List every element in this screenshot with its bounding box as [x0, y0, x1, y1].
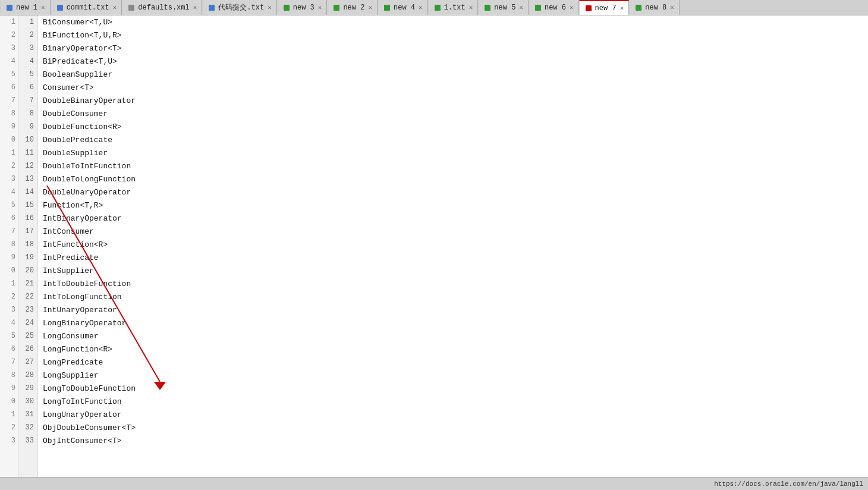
- gutter-num-20: 20: [18, 264, 37, 277]
- tab-close-1txt[interactable]: ✕: [468, 4, 474, 11]
- tab-close-commit[interactable]: ✕: [112, 4, 118, 11]
- gutter-num-33: 33: [18, 434, 37, 447]
- tab-new6[interactable]: new 6✕: [529, 0, 579, 15]
- tab-label-daima: 代码提交.txt: [218, 2, 264, 12]
- gutter-num-30: 30: [18, 395, 37, 408]
- code-row-8: DoubleConsumer: [43, 107, 868, 120]
- code-row-17: IntConsumer: [43, 225, 868, 238]
- status-right: https://docs.oracle.com/en/java/langll: [714, 480, 863, 488]
- tab-label-commit: commit.txt: [67, 4, 109, 12]
- code-row-19: IntPredicate: [43, 251, 868, 264]
- gutter-num-6: 6: [18, 81, 37, 94]
- gutter-num-1: 1: [18, 15, 37, 29]
- tab-close-defaults[interactable]: ✕: [192, 4, 199, 11]
- tab-close-new8[interactable]: ✕: [669, 4, 675, 11]
- tab-icon-defaults: [127, 4, 136, 12]
- gutter-num-12: 12: [18, 159, 37, 172]
- tab-label-1txt: 1.txt: [444, 4, 466, 12]
- line-num-1-29: 9: [0, 382, 18, 395]
- code-row-23: IntUnaryOperator: [43, 303, 868, 316]
- line-num-1-24: 4: [0, 316, 18, 329]
- code-row-29: LongToDoubleFunction: [43, 382, 868, 395]
- tab-new5[interactable]: new 5✕: [478, 0, 529, 15]
- svg-rect-8: [485, 5, 490, 11]
- line-num-1-21: 1: [0, 277, 18, 290]
- gutter-num-23: 23: [18, 303, 37, 316]
- gutter-num-4: 4: [18, 55, 37, 68]
- tab-icon-new7: [584, 4, 593, 12]
- line-num-1-18: 8: [0, 238, 18, 251]
- line-num-1-11: 1: [0, 146, 18, 159]
- line-num-1-23: 3: [0, 303, 18, 316]
- tab-defaults[interactable]: defaults.xml✕: [122, 0, 202, 15]
- code-row-30: LongToIntFunction: [43, 395, 868, 408]
- code-row-9: DoubleFunction<R>: [43, 120, 868, 133]
- line-num-1-6: 6: [0, 81, 18, 94]
- gutter-num-13: 13: [18, 172, 37, 186]
- tab-icon-commit: [56, 4, 64, 12]
- tab-commit[interactable]: commit.txt✕: [51, 0, 122, 15]
- gutter-num-11: 11: [18, 146, 37, 159]
- line-num-1-22: 2: [0, 290, 18, 303]
- line-num-1-3: 3: [0, 42, 18, 55]
- tab-daima[interactable]: 代码提交.txt✕: [202, 0, 276, 15]
- editor: 123456789012345678901234567890123 123456…: [0, 15, 868, 477]
- tab-label-new7: new 7: [595, 4, 617, 12]
- tab-1txt[interactable]: 1.txt✕: [428, 0, 479, 15]
- code-row-5: BooleanSupplier: [43, 68, 868, 81]
- tab-close-new3[interactable]: ✕: [317, 4, 323, 11]
- code-row-4: BiPredicate<T,U>: [43, 55, 868, 68]
- tab-label-new4: new 4: [394, 4, 415, 12]
- tab-bar: new 1✕commit.txt✕defaults.xml✕代码提交.txt✕n…: [0, 0, 868, 15]
- svg-rect-5: [334, 5, 339, 11]
- line-num-1-7: 7: [0, 94, 18, 107]
- line-num-1-12: 2: [0, 159, 18, 172]
- tab-icon-1txt: [433, 4, 442, 12]
- gutter-num-8: 8: [18, 107, 37, 120]
- tab-new4[interactable]: new 4✕: [378, 0, 428, 15]
- tab-new1[interactable]: new 1✕: [0, 0, 51, 15]
- gutter-col: 1234567891011121314151617181920212223242…: [18, 15, 38, 477]
- tab-close-new4[interactable]: ✕: [417, 4, 424, 11]
- code-row-18: IntFunction<R>: [43, 238, 868, 251]
- code-row-26: LongFunction<R>: [43, 343, 868, 356]
- tab-new3[interactable]: new 3✕: [277, 0, 328, 15]
- code-row-25: LongConsumer: [43, 329, 868, 343]
- tab-new7[interactable]: new 7✕: [579, 0, 630, 15]
- tab-close-new6[interactable]: ✕: [568, 4, 575, 11]
- tab-icon-new3: [282, 4, 291, 12]
- tab-new2[interactable]: new 2✕: [327, 0, 378, 15]
- code-row-27: LongPredicate: [43, 356, 868, 369]
- tab-label-new5: new 5: [494, 4, 515, 12]
- tab-close-new5[interactable]: ✕: [518, 4, 524, 11]
- line-num-1-10: 0: [0, 133, 18, 146]
- tab-close-new1[interactable]: ✕: [40, 4, 46, 11]
- gutter-num-31: 31: [18, 408, 37, 421]
- svg-rect-0: [7, 5, 12, 11]
- tab-new8[interactable]: new 8✕: [629, 0, 680, 15]
- svg-rect-1: [57, 5, 63, 11]
- gutter-num-25: 25: [18, 329, 37, 343]
- tab-close-new7[interactable]: ✕: [619, 4, 625, 12]
- tab-close-new2[interactable]: ✕: [367, 4, 373, 11]
- svg-rect-4: [284, 5, 290, 11]
- line-num-1-26: 6: [0, 343, 18, 356]
- line-num-1-1: 1: [0, 15, 18, 29]
- code-row-3: BinaryOperator<T>: [43, 42, 868, 55]
- tab-label-defaults: defaults.xml: [138, 4, 189, 12]
- line-num-1-16: 6: [0, 212, 18, 225]
- svg-rect-10: [586, 5, 592, 11]
- svg-rect-2: [128, 5, 134, 11]
- line-num-1-2: 2: [0, 29, 18, 42]
- gutter-num-14: 14: [18, 186, 37, 199]
- gutter-num-26: 26: [18, 343, 37, 356]
- tab-close-daima[interactable]: ✕: [266, 4, 273, 11]
- svg-rect-11: [636, 5, 641, 11]
- code-row-7: DoubleBinaryOperator: [43, 94, 868, 107]
- svg-rect-9: [535, 5, 541, 11]
- svg-rect-3: [209, 5, 215, 11]
- code-row-22: IntToLongFunction: [43, 290, 868, 303]
- code-row-31: LongUnaryOperator: [43, 408, 868, 421]
- code-content: BiConsumer<T,U>BiFunction<T,U,R>BinaryOp…: [38, 15, 868, 477]
- tab-icon-new8: [634, 4, 643, 12]
